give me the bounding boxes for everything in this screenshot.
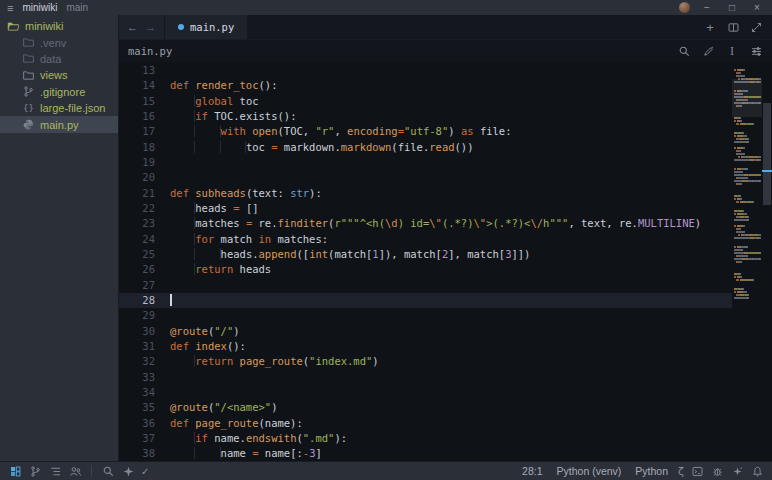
code-line[interactable]: 31def index(): xyxy=(119,339,732,354)
scrollbar[interactable] xyxy=(762,62,772,461)
line-content: heads = [] xyxy=(170,201,259,216)
minimize-button[interactable]: − xyxy=(699,2,715,13)
minimap-viewport[interactable] xyxy=(732,79,762,117)
close-button[interactable]: × xyxy=(749,2,765,13)
line-number: 22 xyxy=(119,201,155,216)
code-line[interactable]: 28 xyxy=(119,293,732,308)
diagnostics-icon[interactable]: ✓ xyxy=(141,466,149,477)
line-content: def render_toc(): xyxy=(170,78,277,93)
maximize-pane-icon[interactable] xyxy=(749,20,763,34)
breadcrumb[interactable]: main.py xyxy=(128,45,172,57)
statusbar-right: 28:1 Python (venv) Python ζ xyxy=(518,464,764,478)
project-panel-icon[interactable] xyxy=(8,464,22,478)
code-line[interactable]: 35@route("/<name>") xyxy=(119,400,732,415)
inline-assist-icon[interactable] xyxy=(701,44,715,58)
code-line[interactable]: 33 xyxy=(119,370,732,385)
code-editor[interactable]: 1314def render_toc():15 global toc16 if … xyxy=(119,62,772,461)
project-name[interactable]: miniwiki xyxy=(22,2,57,13)
user-avatar[interactable] xyxy=(679,2,690,13)
text-caret xyxy=(170,294,172,306)
notifications-icon[interactable] xyxy=(750,464,764,478)
editor-settings-icon[interactable] xyxy=(749,44,763,58)
line-number: 17 xyxy=(119,124,155,139)
code-line[interactable]: 13 xyxy=(119,63,732,78)
sidebar-item-miniwiki[interactable]: miniwiki xyxy=(0,18,118,34)
title-bar: ≡ miniwiki main − □ × xyxy=(0,0,772,15)
sidebar-item-main-py[interactable]: main.py xyxy=(0,116,118,132)
cursor-position[interactable]: 28:1 xyxy=(518,465,546,477)
cursor-scroll-marker xyxy=(762,170,772,172)
code-line[interactable]: 15 global toc xyxy=(119,94,732,109)
maximize-button[interactable]: □ xyxy=(724,2,740,13)
toolchain-selector[interactable]: Python (venv) xyxy=(553,465,626,477)
code-line[interactable]: 20 xyxy=(119,170,732,185)
back-icon[interactable]: ← xyxy=(125,21,140,33)
code-line[interactable]: 14def render_toc(): xyxy=(119,78,732,93)
code-line[interactable]: 36def page_route(name): xyxy=(119,416,732,431)
code-line[interactable]: 38 name = name[:-3] xyxy=(119,446,732,461)
line-content: def subheads(text: str): xyxy=(170,186,322,201)
code-line[interactable]: 34 xyxy=(119,385,732,400)
terminal-panel-icon[interactable] xyxy=(690,464,704,478)
scrollbar-thumb[interactable] xyxy=(763,103,771,205)
braces-icon: {} xyxy=(22,102,35,115)
new-tab-icon[interactable]: + xyxy=(703,20,717,34)
ai-panel-icon[interactable] xyxy=(730,464,744,478)
code-line[interactable]: 32 return page_route("index.md") xyxy=(119,354,732,369)
sidebar-item-views[interactable]: views xyxy=(0,67,118,83)
code-line[interactable]: 27 xyxy=(119,278,732,293)
edit-prediction-icon[interactable]: ζ xyxy=(678,465,684,478)
search-panel-icon[interactable] xyxy=(101,464,115,478)
code-lines: 1314def render_toc():15 global toc16 if … xyxy=(119,62,732,461)
line-content: name = name[:-3] xyxy=(170,446,322,461)
code-line[interactable]: 25 heads.append([int(match[1]), match[2]… xyxy=(119,247,732,262)
forward-icon[interactable]: → xyxy=(143,21,158,33)
split-pane-icon[interactable] xyxy=(726,20,740,34)
code-line[interactable]: 29 xyxy=(119,308,732,323)
line-number: 26 xyxy=(119,262,155,277)
line-content: return page_route("index.md") xyxy=(170,354,379,369)
code-line[interactable]: 18 toc = markdown.markdown(file.read()) xyxy=(119,140,732,155)
line-content: global toc xyxy=(170,94,259,109)
code-line[interactable]: 24 for match in matches: xyxy=(119,232,732,247)
line-number: 35 xyxy=(119,400,155,415)
line-content: def index(): xyxy=(170,339,246,354)
assistant-panel-icon[interactable] xyxy=(121,464,135,478)
sidebar-item-venv[interactable]: .venv xyxy=(0,34,118,50)
collab-panel-icon[interactable] xyxy=(68,464,82,478)
minimap[interactable] xyxy=(732,62,762,461)
sidebar-item-gitignore[interactable]: .gitignore xyxy=(0,84,118,100)
code-line[interactable]: 37 if name.endswith(".md"): xyxy=(119,431,732,446)
outline-panel-icon[interactable] xyxy=(48,464,62,478)
folder-icon xyxy=(22,36,35,49)
code-line[interactable]: 17 with open(TOC, "r", encoding="utf-8")… xyxy=(119,124,732,139)
file-label: main.py xyxy=(40,119,79,131)
line-number: 31 xyxy=(119,339,155,354)
code-line[interactable]: 22 heads = [] xyxy=(119,201,732,216)
git-branch-name[interactable]: main xyxy=(66,2,88,13)
line-content: if name.endswith(".md"): xyxy=(170,431,347,446)
sidebar-item-data[interactable]: data xyxy=(0,51,118,67)
code-line[interactable]: 16 if TOC.exists(): xyxy=(119,109,732,124)
file-label: miniwiki xyxy=(25,20,64,32)
sidebar-item-large-file-json[interactable]: {}large-file.json xyxy=(0,100,118,116)
text-cursor-icon[interactable]: I xyxy=(725,44,739,58)
line-content: with open(TOC, "r", encoding="utf-8") as… xyxy=(170,124,512,139)
line-content: if TOC.exists(): xyxy=(170,109,296,124)
line-number: 15 xyxy=(119,94,155,109)
tab-main-py[interactable]: main.py xyxy=(165,15,247,39)
line-number: 34 xyxy=(119,385,155,400)
debugger-panel-icon[interactable] xyxy=(710,464,724,478)
language-selector[interactable]: Python xyxy=(631,465,672,477)
code-line[interactable]: 30@route("/") xyxy=(119,324,732,339)
app-menu-icon[interactable]: ≡ xyxy=(7,2,13,14)
buffer-search-icon[interactable] xyxy=(677,44,691,58)
git-panel-icon[interactable] xyxy=(28,464,42,478)
line-number: 33 xyxy=(119,370,155,385)
code-line[interactable]: 21def subheads(text: str): xyxy=(119,186,732,201)
code-line[interactable]: 26 return heads xyxy=(119,262,732,277)
line-number: 23 xyxy=(119,216,155,231)
line-number: 16 xyxy=(119,109,155,124)
code-line[interactable]: 19 xyxy=(119,155,732,170)
code-line[interactable]: 23 matches = re.finditer(r"""^<h(\d) id=… xyxy=(119,216,732,231)
